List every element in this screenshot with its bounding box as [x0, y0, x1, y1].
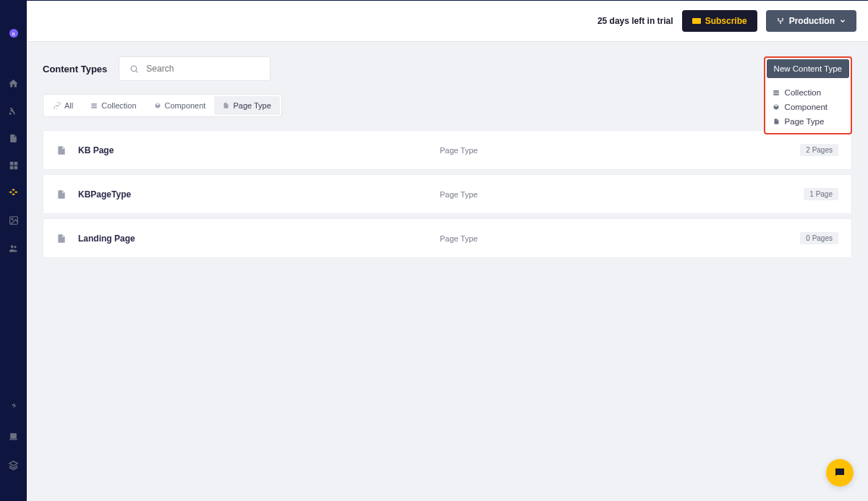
filter-tab-collection[interactable]: Collection — [82, 96, 145, 115]
topbar: 25 days left in trial Subscribe Producti… — [27, 0, 868, 42]
filter-label: Page Type — [233, 101, 271, 110]
search-icon — [129, 64, 139, 74]
page-type-icon — [223, 102, 229, 109]
component-icon — [773, 103, 780, 111]
dropdown-item-page-type[interactable]: Page Type — [767, 114, 849, 129]
svg-rect-15 — [91, 103, 97, 105]
branch-icon — [776, 17, 785, 25]
svg-rect-16 — [91, 106, 97, 107]
sidebar: a — [0, 0, 27, 501]
page-icon — [56, 233, 67, 244]
production-button[interactable]: Production — [766, 10, 856, 32]
layers-icon[interactable] — [8, 459, 20, 471]
page-icon — [56, 189, 67, 200]
production-label: Production — [789, 16, 835, 26]
svg-rect-17 — [91, 107, 97, 108]
users-icon[interactable] — [8, 242, 20, 254]
subscribe-label: Subscribe — [705, 16, 747, 26]
help-icon[interactable] — [8, 401, 20, 413]
chat-icon — [833, 466, 846, 479]
svg-point-10 — [780, 22, 781, 24]
svg-point-5 — [12, 218, 13, 220]
page-title: Content Types — [43, 64, 107, 74]
docs-icon[interactable] — [8, 430, 20, 442]
filter-tab-all[interactable]: All — [45, 96, 82, 115]
svg-point-7 — [14, 246, 16, 248]
search-box[interactable] — [119, 56, 271, 81]
filter-label: All — [64, 101, 73, 110]
grid-icon[interactable] — [8, 160, 20, 171]
content-type-list: KB Page Page Type 2 Pages KBPageType Pag… — [43, 130, 852, 258]
trial-text: 25 days left in trial — [597, 16, 673, 26]
dropdown-item-component[interactable]: Component — [767, 100, 849, 114]
svg-point-8 — [778, 18, 779, 20]
home-icon[interactable] — [8, 77, 20, 89]
dropdown-label: Component — [785, 103, 827, 111]
row-name: Landing Page — [78, 234, 440, 244]
list-row[interactable]: KB Page Page Type 2 Pages — [43, 130, 852, 170]
card-icon — [692, 18, 701, 24]
svg-rect-2 — [9, 166, 13, 170]
row-badge: 1 Page — [804, 188, 838, 200]
dropdown-label: Page Type — [785, 117, 825, 126]
new-content-dropdown: New Content Type Collection Component — [764, 56, 852, 134]
chevron-down-icon — [839, 17, 846, 25]
subscribe-button[interactable]: Subscribe — [682, 10, 757, 32]
media-icon[interactable] — [8, 215, 20, 226]
svg-rect-3 — [14, 166, 17, 170]
svg-point-9 — [782, 18, 783, 20]
svg-rect-0 — [9, 162, 13, 166]
component-icon — [154, 102, 161, 109]
blog-icon[interactable] — [8, 105, 20, 116]
row-type: Page Type — [440, 190, 804, 199]
svg-point-6 — [11, 245, 14, 248]
search-input[interactable] — [146, 64, 260, 74]
dropdown-item-collection[interactable]: Collection — [767, 85, 849, 100]
row-name: KBPageType — [78, 189, 440, 200]
dropdown-label: Collection — [785, 88, 822, 97]
collection-icon — [90, 102, 98, 109]
svg-rect-12 — [773, 90, 779, 92]
filter-tabs: All Collection Component — [43, 94, 282, 117]
dropdown-menu: Collection Component Page Type — [767, 82, 849, 132]
row-name: KB Page — [78, 145, 440, 155]
collection-icon — [773, 89, 780, 97]
page-icon[interactable] — [8, 132, 20, 144]
page-type-icon — [773, 118, 780, 126]
modules-icon[interactable] — [8, 187, 20, 199]
row-type: Page Type — [440, 234, 800, 243]
page-icon — [56, 145, 67, 156]
avatar[interactable]: a — [9, 29, 18, 38]
row-badge: 2 Pages — [800, 144, 838, 156]
list-row[interactable]: Landing Page Page Type 0 Pages — [43, 218, 852, 258]
svg-rect-1 — [14, 162, 17, 166]
row-badge: 0 Pages — [800, 232, 838, 244]
new-content-type-button[interactable]: New Content Type — [767, 59, 849, 78]
svg-point-11 — [131, 66, 137, 72]
link-icon — [54, 102, 61, 109]
filter-label: Collection — [101, 101, 136, 110]
row-type: Page Type — [440, 146, 800, 155]
filter-tab-component[interactable]: Component — [145, 96, 215, 115]
svg-rect-14 — [773, 94, 779, 95]
svg-rect-13 — [773, 93, 779, 94]
chat-widget[interactable] — [826, 459, 854, 487]
list-row[interactable]: KBPageType Page Type 1 Page — [43, 174, 852, 214]
filter-tab-page-type[interactable]: Page Type — [214, 96, 279, 115]
filter-label: Component — [165, 101, 206, 110]
